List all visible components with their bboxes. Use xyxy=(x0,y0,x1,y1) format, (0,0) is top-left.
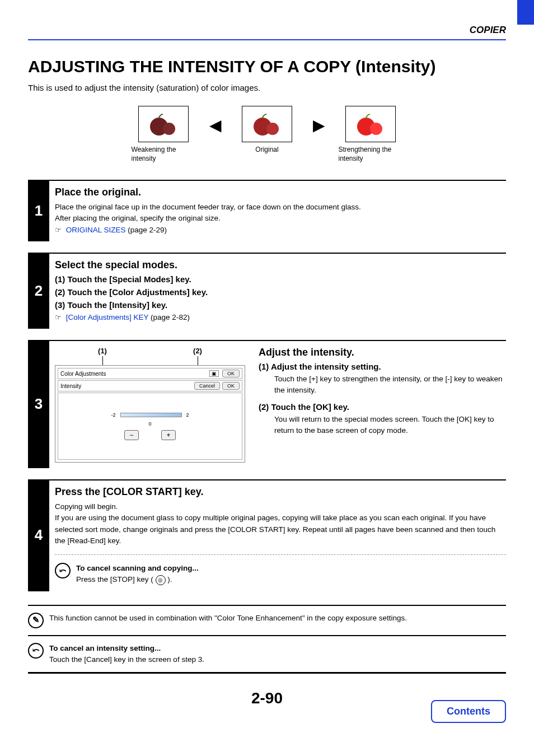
footnote-2-body: Touch the [Cancel] key in the screen of … xyxy=(49,654,506,665)
step-3-title: Adjust the intensity. xyxy=(259,347,506,358)
step-4-cancel-pre: Press the [STOP] key ( xyxy=(76,575,153,584)
step-4: 4 Press the [COLOR START] key. Copying w… xyxy=(28,479,506,591)
step-1-link-page: (page 2-29) xyxy=(126,226,167,234)
step-3-p2-head: (2) Touch the [OK] key. xyxy=(259,402,506,412)
footnote-1: This function cannot be used in combinat… xyxy=(49,613,506,624)
illus-original-caption: Original xyxy=(229,146,305,155)
step-1-title: Place the original. xyxy=(55,186,506,198)
plus-button[interactable]: + xyxy=(161,430,176,440)
ui-cancel-button[interactable]: Cancel xyxy=(194,382,220,390)
step-3-p1-body: Touch the [+] key to strengthen the inte… xyxy=(259,374,506,396)
intensity-illustration: Weakening the intensity ◀ Original ▶ xyxy=(28,106,506,163)
undo-icon: ⤺ xyxy=(28,643,44,659)
step-2-title: Select the special modes. xyxy=(55,259,506,271)
ui-ok-button[interactable]: OK xyxy=(222,382,240,390)
step-3-p2-body: You will return to the special modes scr… xyxy=(259,414,506,437)
step-4-number: 4 xyxy=(28,479,49,591)
contents-button[interactable]: Contents xyxy=(431,700,506,723)
footnote-2-head: To cancel an intensity setting... xyxy=(49,643,506,654)
see-icon: ☞ xyxy=(55,313,62,321)
callout-2: (2) xyxy=(193,347,202,355)
stop-key-icon: ◎ xyxy=(156,575,166,585)
intro-text: This is used to adjust the intensity (sa… xyxy=(28,83,506,92)
svg-point-3 xyxy=(266,123,279,135)
pencil-icon: ✎ xyxy=(28,613,44,628)
ui-color-adjustments-label: Color Adjustments xyxy=(60,371,106,377)
book-icon: ▣ xyxy=(209,370,219,377)
step-4-title: Press the [COLOR START] key. xyxy=(55,486,506,498)
step-1-link[interactable]: ORIGINAL SIZES xyxy=(66,226,126,234)
scale-mid: 0 xyxy=(148,421,151,427)
undo-icon: ⤺ xyxy=(55,563,71,578)
step-3-p1-head: (1) Adjust the intensity setting. xyxy=(259,362,506,371)
arrow-left-icon: ◀ xyxy=(207,116,224,134)
ui-ok-button-top[interactable]: OK xyxy=(222,370,240,377)
step-1: 1 Place the original. Place the original… xyxy=(28,180,506,241)
section-label: COPIER xyxy=(470,25,506,35)
step-2: 2 Select the special modes. (1) Touch th… xyxy=(28,253,506,329)
see-icon: ☞ xyxy=(55,226,62,234)
arrow-right-icon: ▶ xyxy=(311,116,327,134)
step-2-number: 2 xyxy=(28,253,49,329)
step-3-number: 3 xyxy=(28,340,49,468)
step-2-sub1: (1) Touch the [Special Modes] key. xyxy=(55,274,506,284)
step-4-cancel-head: To cancel scanning and copying... xyxy=(76,563,506,574)
illus-strong xyxy=(345,106,396,142)
scale-right: 2 xyxy=(186,412,189,418)
illus-original xyxy=(242,106,292,142)
step-3: 3 (1) (2) Color Adjustments ▣ OK xyxy=(28,340,506,468)
illus-strong-caption: Strengthening the intensity xyxy=(333,146,409,163)
step-4-b1: Copying will begin. xyxy=(55,501,506,512)
step-1-text1: Place the original face up in the docume… xyxy=(55,202,506,213)
svg-point-5 xyxy=(370,123,382,135)
ui-intensity-label: Intensity xyxy=(60,383,81,389)
intensity-slider[interactable] xyxy=(120,413,182,417)
step-1-text2: After placing the original, specify the … xyxy=(55,213,506,224)
dashed-separator xyxy=(55,554,506,555)
scale-left: -2 xyxy=(111,412,115,418)
step-1-number: 1 xyxy=(28,180,49,241)
illus-weak xyxy=(138,106,189,142)
minus-button[interactable]: − xyxy=(124,430,139,440)
callout-1: (1) xyxy=(98,347,107,355)
header-rule: COPIER xyxy=(28,25,506,40)
illus-weak-caption: Weakening the intensity xyxy=(126,146,202,163)
page-title: ADJUSTING THE INTENSITY OF A COPY (Inten… xyxy=(28,57,506,76)
color-tab-marker xyxy=(517,0,534,25)
step-4-b2: If you are using the document glass to c… xyxy=(55,512,506,547)
ui-screenshot: Color Adjustments ▣ OK Intensity Cancel … xyxy=(55,365,245,463)
step-2-sub2: (2) Touch the [Color Adjustments] key. xyxy=(55,287,506,297)
step-2-sub3: (3) Touch the [Intensity] key. xyxy=(55,300,506,310)
step-2-link[interactable]: [Color Adjustments] KEY xyxy=(66,313,149,321)
step-4-cancel-post: ). xyxy=(167,575,172,584)
step-2-link-page: (page 2-82) xyxy=(148,313,190,321)
svg-point-1 xyxy=(163,123,175,135)
